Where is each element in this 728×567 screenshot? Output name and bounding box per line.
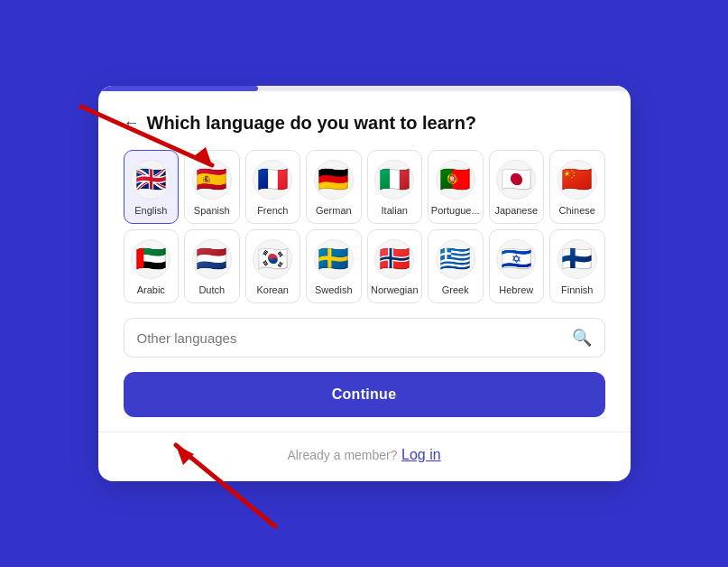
lang-label-arabic: Arabic — [137, 284, 165, 295]
flag-swedish: 🇸🇪 — [314, 239, 354, 279]
lang-label-italian: Italian — [382, 205, 408, 216]
lang-item-greek[interactable]: 🇬🇷Greek — [428, 229, 484, 303]
lang-label-greek: Greek — [442, 284, 469, 295]
lang-label-german: German — [316, 205, 352, 216]
search-wrapper: 🔍 — [124, 318, 605, 358]
lang-label-hebrew: Hebrew — [499, 284, 533, 295]
flag-portuguese: 🇵🇹 — [436, 160, 475, 200]
lang-item-finnish[interactable]: 🇫🇮Finnish — [549, 229, 605, 303]
lang-label-japanese: Japanese — [494, 205, 538, 216]
lang-item-spanish[interactable]: 🇪🇸Spanish — [184, 150, 240, 224]
continue-button[interactable]: Continue — [124, 372, 605, 417]
footer-text: Already a member? — [287, 448, 397, 462]
lang-label-chinese: Chinese — [559, 205, 595, 216]
language-selection-card: ← Which language do you want to learn? 🇬… — [98, 86, 631, 481]
flag-italian: 🇮🇹 — [374, 160, 414, 200]
search-icon[interactable]: 🔍 — [572, 328, 592, 348]
lang-label-english: English — [134, 205, 167, 216]
search-row: 🔍 — [124, 318, 605, 358]
lang-item-korean[interactable]: 🇰🇷Korean — [245, 229, 301, 303]
lang-item-portuguese[interactable]: 🇵🇹Portugue... — [428, 150, 484, 224]
lang-label-dutch: Dutch — [198, 284, 225, 295]
card-content: ← Which language do you want to learn? 🇬… — [98, 91, 631, 417]
lang-item-norwegian[interactable]: 🇳🇴Norwegian — [367, 229, 423, 303]
flag-german: 🇩🇪 — [314, 160, 354, 200]
lang-item-dutch[interactable]: 🇳🇱Dutch — [184, 229, 240, 303]
lang-item-hebrew[interactable]: 🇮🇱Hebrew — [489, 229, 545, 303]
back-button[interactable]: ← — [124, 114, 140, 133]
lang-item-japanese[interactable]: 🇯🇵Japanese — [489, 150, 545, 224]
lang-label-korean: Korean — [257, 284, 289, 295]
flag-spanish: 🇪🇸 — [192, 160, 232, 200]
lang-item-chinese[interactable]: 🇨🇳Chinese — [549, 150, 605, 224]
languages-grid: 🇬🇧English🇪🇸Spanish🇫🇷French🇩🇪German🇮🇹Ital… — [124, 150, 605, 303]
lang-item-swedish[interactable]: 🇸🇪Swedish — [306, 229, 362, 303]
flag-finnish: 🇫🇮 — [558, 239, 597, 279]
flag-hebrew: 🇮🇱 — [496, 239, 536, 279]
card-footer: Already a member? Log in — [98, 432, 631, 481]
page-title: Which language do you want to learn? — [147, 113, 477, 134]
flag-english: 🇬🇧 — [131, 160, 170, 200]
flag-dutch: 🇳🇱 — [192, 239, 232, 279]
back-row: ← Which language do you want to learn? — [124, 113, 605, 134]
flag-french: 🇫🇷 — [253, 160, 292, 200]
flag-arabic: 🇦🇪 — [131, 239, 170, 279]
flag-korean: 🇰🇷 — [253, 239, 292, 279]
lang-item-french[interactable]: 🇫🇷French — [245, 150, 301, 224]
lang-label-spanish: Spanish — [194, 205, 230, 216]
lang-item-arabic[interactable]: 🇦🇪Arabic — [124, 229, 180, 303]
lang-item-italian[interactable]: 🇮🇹Italian — [367, 150, 423, 224]
login-link[interactable]: Log in — [401, 447, 441, 462]
lang-label-portuguese: Portugue... — [431, 205, 480, 216]
flag-greek: 🇬🇷 — [436, 239, 475, 279]
flag-chinese: 🇨🇳 — [558, 160, 597, 200]
flag-japanese: 🇯🇵 — [496, 160, 536, 200]
lang-item-german[interactable]: 🇩🇪German — [306, 150, 362, 224]
lang-label-swedish: Swedish — [315, 284, 353, 295]
lang-label-french: French — [257, 205, 288, 216]
lang-label-norwegian: Norwegian — [371, 284, 419, 295]
search-input[interactable] — [137, 330, 572, 346]
lang-item-english[interactable]: 🇬🇧English — [124, 150, 180, 224]
flag-norwegian: 🇳🇴 — [374, 239, 414, 279]
lang-label-finnish: Finnish — [561, 284, 593, 295]
